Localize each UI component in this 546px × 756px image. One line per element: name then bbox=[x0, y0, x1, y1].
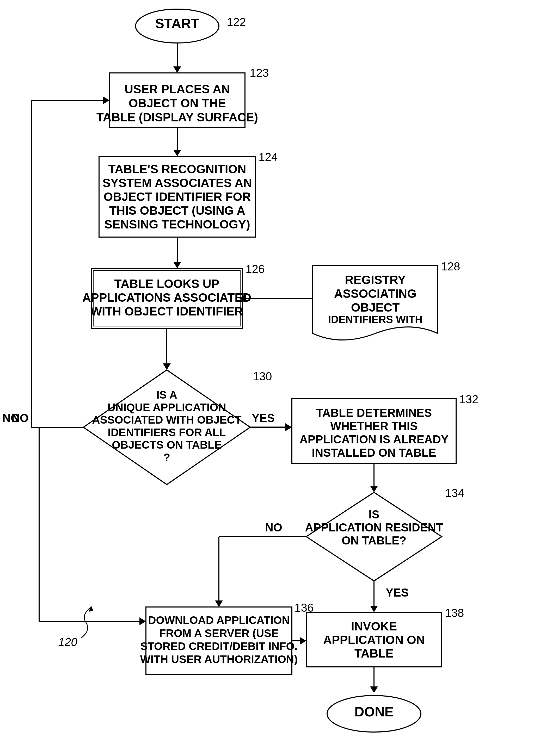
node-136-l3: STORED CREDIT/DEBIT INFO. bbox=[140, 640, 298, 652]
ref-134: 134 bbox=[445, 487, 464, 499]
node-130-l1: IS A bbox=[156, 389, 177, 401]
done-label: DONE bbox=[355, 704, 394, 719]
node-132-l2: WHETHER THIS bbox=[331, 420, 418, 432]
ref-138: 138 bbox=[445, 606, 464, 619]
node-128-l4: IDENTIFIERS WITH bbox=[328, 314, 423, 325]
node-138-l3: TABLE bbox=[355, 647, 394, 660]
node-134-l1: IS bbox=[369, 508, 380, 521]
ref-128: 128 bbox=[441, 260, 460, 273]
node-138-l1: INVOKE bbox=[351, 619, 397, 633]
node-138-l2: APPLICATION ON bbox=[323, 633, 425, 647]
ref-122: 122 bbox=[227, 16, 246, 28]
node-123-line1: USER PLACES AN bbox=[125, 82, 230, 96]
no-label-130-2: NO bbox=[2, 412, 20, 424]
node-128-l2: ASSOCIATING bbox=[334, 287, 417, 300]
flowchart-diagram: START 122 USER PLACES AN OBJECT ON THE T… bbox=[0, 0, 546, 756]
node-128-l1: REGISTRY bbox=[345, 273, 406, 287]
node-124-l5: SENSING TECHNOLOGY) bbox=[104, 218, 250, 231]
ref-120: 120 bbox=[58, 636, 77, 648]
node-130-l2: UNIQUE APPLICATION bbox=[107, 401, 226, 413]
node-130-l4: IDENTIFIERS FOR ALL bbox=[108, 426, 226, 438]
ref-123: 123 bbox=[250, 66, 269, 79]
node-136-l4: WITH USER AUTHORIZATION) bbox=[140, 653, 298, 665]
node-124-l1: TABLE'S RECOGNITION bbox=[108, 162, 246, 176]
yes-label-130: YES bbox=[252, 412, 275, 424]
yes-label-134: YES bbox=[386, 586, 409, 599]
node-126-l3: WITH OBJECT IDENTIFIER bbox=[90, 305, 243, 318]
ref-126: 126 bbox=[245, 263, 264, 275]
node-134-l3: ON TABLE? bbox=[342, 534, 407, 547]
node-123-line2: OBJECT ON THE bbox=[128, 96, 226, 110]
node-124-l3: OBJECT IDENTIFIER FOR bbox=[104, 190, 251, 203]
node-124-l4: THIS OBJECT (USING A bbox=[109, 204, 245, 217]
ref-130: 130 bbox=[253, 370, 272, 383]
node-136-l1: DOWNLOAD APPLICATION bbox=[148, 614, 290, 626]
node-123-line3: TABLE (DISPLAY SURFACE) bbox=[96, 110, 258, 124]
node-130-l5: OBJECTS ON TABLE bbox=[112, 439, 222, 451]
node-136-l2: FROM A SERVER (USE bbox=[159, 627, 279, 639]
node-126-l2: APPLICATIONS ASSOCIATED bbox=[82, 291, 251, 304]
node-134-l2: APPLICATION RESIDENT bbox=[305, 521, 443, 534]
node-130-l6: ? bbox=[163, 451, 170, 463]
node-132-l1: TABLE DETERMINES bbox=[316, 406, 432, 419]
node-126-l1: TABLE LOOKS UP bbox=[114, 277, 219, 290]
node-130-l3: ASSOCIATED WITH OBJECT bbox=[92, 414, 241, 426]
no-label-134: NO bbox=[265, 521, 282, 534]
node-128-l3: OBJECT bbox=[351, 301, 400, 314]
node-132-l4: INSTALLED ON TABLE bbox=[312, 446, 436, 459]
start-label: START bbox=[155, 16, 199, 31]
ref-132: 132 bbox=[459, 393, 478, 406]
ref-124: 124 bbox=[258, 151, 278, 163]
node-124-l2: SYSTEM ASSOCIATES AN bbox=[102, 176, 252, 190]
node-132-l3: APPLICATION IS ALREADY bbox=[300, 433, 449, 446]
